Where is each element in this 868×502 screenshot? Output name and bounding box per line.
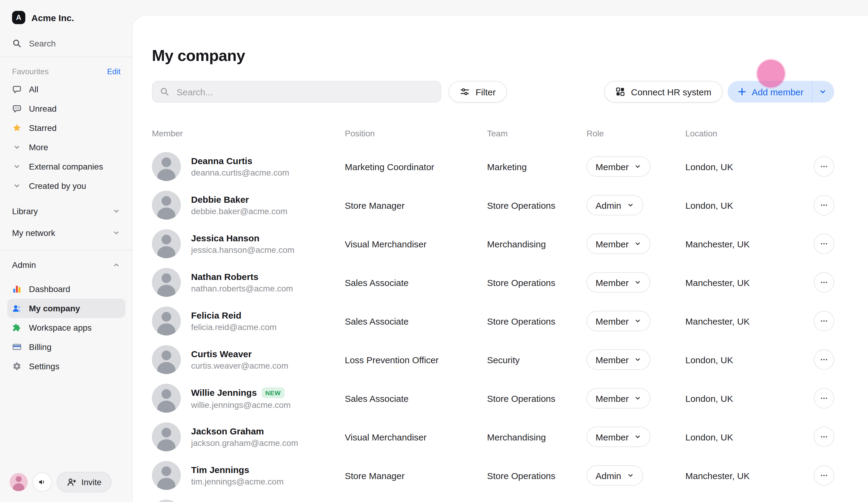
sidebar-item-dashboard[interactable]: Dashboard — [7, 279, 125, 299]
connect-hr-button[interactable]: Connect HR system — [604, 81, 723, 103]
role-dropdown[interactable]: Admin — [587, 465, 643, 486]
chevron-down-icon — [634, 163, 641, 170]
table-search — [152, 81, 441, 103]
row-actions-button[interactable] — [814, 426, 834, 447]
sidebar-item-unread[interactable]: Unread — [7, 99, 125, 118]
sidebar-section-library[interactable]: Library — [0, 200, 133, 222]
search-icon — [12, 39, 22, 48]
people-icon — [12, 303, 22, 313]
sound-button[interactable] — [32, 472, 52, 492]
sidebar-section-admin[interactable]: Admin — [0, 254, 133, 276]
row-actions-button[interactable] — [814, 272, 834, 293]
role-dropdown[interactable]: Member — [587, 311, 650, 331]
sidebar-search[interactable]: Search — [12, 39, 121, 48]
sidebar-divider — [0, 57, 133, 57]
sidebar-item-my-company[interactable]: My company — [7, 299, 125, 318]
filter-label: Filter — [476, 87, 496, 97]
member-location: Manchester, UK — [685, 277, 814, 288]
role-dropdown[interactable]: Member — [587, 272, 650, 293]
row-actions-button[interactable] — [814, 311, 834, 331]
member-avatar — [152, 152, 181, 181]
ellipsis-icon — [819, 278, 829, 287]
row-actions-button[interactable] — [814, 195, 834, 215]
member-position: Sales Associate — [345, 316, 487, 326]
chevron-down-icon — [634, 356, 641, 363]
member-position: Store Manager — [345, 470, 487, 481]
member-name: Deanna Curtis — [191, 156, 252, 166]
role-dropdown[interactable]: Admin — [587, 195, 643, 215]
member-email: tim.jennings@acme.com — [191, 476, 283, 486]
add-member-dropdown[interactable] — [812, 81, 834, 103]
ellipsis-icon — [819, 471, 829, 480]
role-dropdown[interactable]: Member — [587, 233, 650, 254]
member-position: Visual Merchandiser — [345, 239, 487, 249]
table-row: Tim Jennings tim.jennings@acme.com Store… — [152, 456, 834, 495]
sidebar-item-label: More — [29, 142, 48, 152]
table-row: Curtis Weaver curtis.weaver@acme.com Los… — [152, 340, 834, 379]
user-avatar[interactable] — [10, 473, 28, 491]
ellipsis-icon — [819, 200, 829, 210]
member-avatar — [152, 268, 181, 297]
member-team: Merchandising — [487, 239, 587, 249]
chevron-up-icon — [112, 261, 121, 269]
row-actions-button[interactable] — [814, 156, 834, 177]
member-name: Willie Jennings — [191, 388, 257, 398]
page-title: My company — [152, 47, 834, 65]
search-input[interactable] — [152, 81, 441, 103]
column-header-team: Team — [487, 129, 587, 138]
sidebar: A Acme Inc. Search Favourites Edit All U… — [0, 0, 133, 502]
sidebar-item-billing[interactable]: Billing — [7, 337, 125, 357]
member-name: Tim Jennings — [191, 465, 249, 475]
chevron-down-icon — [12, 162, 22, 171]
sidebar-item-more[interactable]: More — [7, 138, 125, 157]
row-actions-button[interactable] — [814, 349, 834, 370]
member-name: Nathan Roberts — [191, 272, 258, 282]
sidebar-item-created-by-you[interactable]: Created by you — [7, 176, 125, 195]
member-email: deanna.curtis@acme.com — [191, 168, 289, 177]
member-team: Store Operations — [487, 277, 587, 288]
row-actions-button[interactable] — [814, 233, 834, 254]
member-name: Felicia Reid — [191, 310, 241, 320]
role-dropdown[interactable]: Member — [587, 388, 650, 409]
add-member-button[interactable]: Add member — [727, 81, 834, 103]
sidebar-section-my-network[interactable]: My network — [0, 222, 133, 244]
row-actions-button[interactable] — [814, 388, 834, 409]
chevron-down-icon — [12, 142, 22, 152]
member-email: nathan.roberts@acme.com — [191, 283, 293, 293]
chevron-down-icon — [112, 229, 121, 237]
table-row: Kenzi Lawson kenzi.lawson@acme.com Marke… — [152, 495, 834, 502]
role-dropdown[interactable]: Member — [587, 156, 650, 177]
favourites-edit-link[interactable]: Edit — [107, 67, 121, 76]
plus-icon — [737, 87, 747, 97]
member-position: Loss Prevention Officer — [345, 354, 487, 365]
role-value: Member — [596, 354, 629, 365]
row-actions-button[interactable] — [814, 465, 834, 486]
sidebar-item-external-companies[interactable]: External companies — [7, 157, 125, 176]
member-location: London, UK — [685, 200, 814, 210]
sidebar-item-workspace-apps[interactable]: Workspace apps — [7, 318, 125, 337]
sidebar-item-label: Workspace apps — [29, 323, 92, 332]
member-name: Debbie Baker — [191, 194, 249, 204]
role-dropdown[interactable]: Member — [587, 426, 650, 447]
invite-button[interactable]: Invite — [56, 472, 112, 492]
ellipsis-icon — [819, 393, 829, 403]
role-value: Member — [596, 316, 629, 326]
library-label: Library — [12, 206, 38, 216]
member-location: Manchester, UK — [685, 316, 814, 326]
chevron-down-icon — [627, 201, 634, 209]
puzzle-icon — [12, 323, 22, 332]
member-email: felicia.reid@acme.com — [191, 322, 277, 332]
filter-button[interactable]: Filter — [448, 81, 507, 103]
admin-list: Dashboard My company Workspace apps Bill… — [0, 279, 133, 376]
member-avatar — [152, 384, 181, 413]
member-position: Visual Merchandiser — [345, 432, 487, 442]
role-dropdown[interactable]: Member — [587, 349, 650, 370]
sidebar-item-all[interactable]: All — [7, 80, 125, 99]
member-email: debbie.baker@acme.com — [191, 206, 288, 216]
sidebar-item-label: Dashboard — [29, 284, 70, 294]
member-team: Security — [487, 354, 587, 365]
sidebar-item-settings[interactable]: Settings — [7, 357, 125, 376]
table-row: Jessica Hanson jessica.hanson@acme.com V… — [152, 224, 834, 263]
hr-grid-icon — [616, 87, 625, 97]
sidebar-item-starred[interactable]: Starred — [7, 118, 125, 138]
